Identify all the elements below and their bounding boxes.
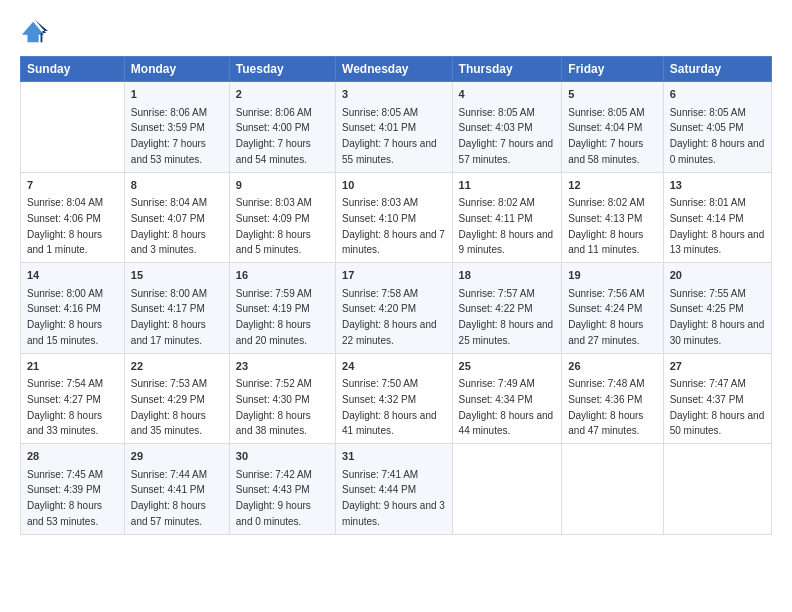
page: SundayMondayTuesdayWednesdayThursdayFrid…	[0, 0, 792, 612]
col-header-wednesday: Wednesday	[336, 57, 453, 82]
day-number: 3	[342, 86, 446, 103]
col-header-friday: Friday	[562, 57, 663, 82]
day-info: Sunrise: 8:05 AMSunset: 4:04 PMDaylight:…	[568, 107, 644, 165]
day-info: Sunrise: 8:05 AMSunset: 4:03 PMDaylight:…	[459, 107, 554, 165]
day-cell	[452, 444, 562, 535]
day-cell: 30Sunrise: 7:42 AMSunset: 4:43 PMDayligh…	[229, 444, 335, 535]
day-number: 1	[131, 86, 223, 103]
day-info: Sunrise: 8:04 AMSunset: 4:06 PMDaylight:…	[27, 197, 103, 255]
day-cell: 19Sunrise: 7:56 AMSunset: 4:24 PMDayligh…	[562, 263, 663, 354]
day-info: Sunrise: 7:47 AMSunset: 4:37 PMDaylight:…	[670, 378, 765, 436]
day-number: 31	[342, 448, 446, 465]
day-cell: 23Sunrise: 7:52 AMSunset: 4:30 PMDayligh…	[229, 353, 335, 444]
day-cell: 25Sunrise: 7:49 AMSunset: 4:34 PMDayligh…	[452, 353, 562, 444]
day-number: 6	[670, 86, 765, 103]
day-number: 13	[670, 177, 765, 194]
day-info: Sunrise: 7:44 AMSunset: 4:41 PMDaylight:…	[131, 469, 207, 527]
day-info: Sunrise: 7:55 AMSunset: 4:25 PMDaylight:…	[670, 288, 765, 346]
col-header-thursday: Thursday	[452, 57, 562, 82]
logo-icon	[20, 18, 48, 46]
day-cell: 12Sunrise: 8:02 AMSunset: 4:13 PMDayligh…	[562, 172, 663, 263]
day-number: 20	[670, 267, 765, 284]
day-info: Sunrise: 8:03 AMSunset: 4:10 PMDaylight:…	[342, 197, 445, 255]
day-info: Sunrise: 7:53 AMSunset: 4:29 PMDaylight:…	[131, 378, 207, 436]
week-row-1: 7Sunrise: 8:04 AMSunset: 4:06 PMDaylight…	[21, 172, 772, 263]
day-number: 11	[459, 177, 556, 194]
day-info: Sunrise: 7:50 AMSunset: 4:32 PMDaylight:…	[342, 378, 437, 436]
day-cell: 20Sunrise: 7:55 AMSunset: 4:25 PMDayligh…	[663, 263, 771, 354]
calendar-table: SundayMondayTuesdayWednesdayThursdayFrid…	[20, 56, 772, 535]
day-info: Sunrise: 8:03 AMSunset: 4:09 PMDaylight:…	[236, 197, 312, 255]
day-number: 7	[27, 177, 118, 194]
day-info: Sunrise: 8:02 AMSunset: 4:11 PMDaylight:…	[459, 197, 554, 255]
day-cell: 31Sunrise: 7:41 AMSunset: 4:44 PMDayligh…	[336, 444, 453, 535]
day-number: 14	[27, 267, 118, 284]
day-cell: 18Sunrise: 7:57 AMSunset: 4:22 PMDayligh…	[452, 263, 562, 354]
day-info: Sunrise: 7:45 AMSunset: 4:39 PMDaylight:…	[27, 469, 103, 527]
day-number: 9	[236, 177, 329, 194]
day-info: Sunrise: 8:01 AMSunset: 4:14 PMDaylight:…	[670, 197, 765, 255]
day-cell: 22Sunrise: 7:53 AMSunset: 4:29 PMDayligh…	[124, 353, 229, 444]
day-number: 2	[236, 86, 329, 103]
day-cell: 5Sunrise: 8:05 AMSunset: 4:04 PMDaylight…	[562, 82, 663, 173]
day-number: 23	[236, 358, 329, 375]
day-cell: 15Sunrise: 8:00 AMSunset: 4:17 PMDayligh…	[124, 263, 229, 354]
day-number: 30	[236, 448, 329, 465]
day-info: Sunrise: 8:05 AMSunset: 4:01 PMDaylight:…	[342, 107, 437, 165]
day-cell: 16Sunrise: 7:59 AMSunset: 4:19 PMDayligh…	[229, 263, 335, 354]
day-cell: 24Sunrise: 7:50 AMSunset: 4:32 PMDayligh…	[336, 353, 453, 444]
day-number: 10	[342, 177, 446, 194]
day-info: Sunrise: 7:57 AMSunset: 4:22 PMDaylight:…	[459, 288, 554, 346]
day-cell: 1Sunrise: 8:06 AMSunset: 3:59 PMDaylight…	[124, 82, 229, 173]
day-number: 18	[459, 267, 556, 284]
day-cell: 13Sunrise: 8:01 AMSunset: 4:14 PMDayligh…	[663, 172, 771, 263]
day-info: Sunrise: 7:58 AMSunset: 4:20 PMDaylight:…	[342, 288, 437, 346]
header	[20, 18, 772, 46]
day-cell: 14Sunrise: 8:00 AMSunset: 4:16 PMDayligh…	[21, 263, 125, 354]
day-info: Sunrise: 7:42 AMSunset: 4:43 PMDaylight:…	[236, 469, 312, 527]
day-info: Sunrise: 7:52 AMSunset: 4:30 PMDaylight:…	[236, 378, 312, 436]
day-info: Sunrise: 7:49 AMSunset: 4:34 PMDaylight:…	[459, 378, 554, 436]
header-row: SundayMondayTuesdayWednesdayThursdayFrid…	[21, 57, 772, 82]
day-number: 4	[459, 86, 556, 103]
day-number: 21	[27, 358, 118, 375]
col-header-monday: Monday	[124, 57, 229, 82]
day-info: Sunrise: 7:54 AMSunset: 4:27 PMDaylight:…	[27, 378, 103, 436]
day-number: 15	[131, 267, 223, 284]
day-info: Sunrise: 7:41 AMSunset: 4:44 PMDaylight:…	[342, 469, 445, 527]
day-cell: 8Sunrise: 8:04 AMSunset: 4:07 PMDaylight…	[124, 172, 229, 263]
day-cell: 29Sunrise: 7:44 AMSunset: 4:41 PMDayligh…	[124, 444, 229, 535]
day-number: 22	[131, 358, 223, 375]
day-number: 12	[568, 177, 656, 194]
day-info: Sunrise: 8:06 AMSunset: 3:59 PMDaylight:…	[131, 107, 207, 165]
day-cell: 6Sunrise: 8:05 AMSunset: 4:05 PMDaylight…	[663, 82, 771, 173]
day-cell: 11Sunrise: 8:02 AMSunset: 4:11 PMDayligh…	[452, 172, 562, 263]
col-header-tuesday: Tuesday	[229, 57, 335, 82]
day-number: 24	[342, 358, 446, 375]
day-cell: 28Sunrise: 7:45 AMSunset: 4:39 PMDayligh…	[21, 444, 125, 535]
logo	[20, 18, 52, 46]
day-info: Sunrise: 8:00 AMSunset: 4:17 PMDaylight:…	[131, 288, 207, 346]
day-cell	[21, 82, 125, 173]
day-number: 27	[670, 358, 765, 375]
day-cell: 27Sunrise: 7:47 AMSunset: 4:37 PMDayligh…	[663, 353, 771, 444]
day-info: Sunrise: 8:06 AMSunset: 4:00 PMDaylight:…	[236, 107, 312, 165]
day-info: Sunrise: 8:05 AMSunset: 4:05 PMDaylight:…	[670, 107, 765, 165]
day-cell: 7Sunrise: 8:04 AMSunset: 4:06 PMDaylight…	[21, 172, 125, 263]
week-row-3: 21Sunrise: 7:54 AMSunset: 4:27 PMDayligh…	[21, 353, 772, 444]
day-info: Sunrise: 7:56 AMSunset: 4:24 PMDaylight:…	[568, 288, 644, 346]
day-cell: 26Sunrise: 7:48 AMSunset: 4:36 PMDayligh…	[562, 353, 663, 444]
day-info: Sunrise: 8:00 AMSunset: 4:16 PMDaylight:…	[27, 288, 103, 346]
day-number: 17	[342, 267, 446, 284]
day-info: Sunrise: 8:02 AMSunset: 4:13 PMDaylight:…	[568, 197, 644, 255]
day-cell: 4Sunrise: 8:05 AMSunset: 4:03 PMDaylight…	[452, 82, 562, 173]
col-header-saturday: Saturday	[663, 57, 771, 82]
day-number: 28	[27, 448, 118, 465]
day-number: 29	[131, 448, 223, 465]
day-number: 5	[568, 86, 656, 103]
day-number: 16	[236, 267, 329, 284]
day-cell: 2Sunrise: 8:06 AMSunset: 4:00 PMDaylight…	[229, 82, 335, 173]
day-cell: 10Sunrise: 8:03 AMSunset: 4:10 PMDayligh…	[336, 172, 453, 263]
day-info: Sunrise: 7:48 AMSunset: 4:36 PMDaylight:…	[568, 378, 644, 436]
day-cell: 21Sunrise: 7:54 AMSunset: 4:27 PMDayligh…	[21, 353, 125, 444]
